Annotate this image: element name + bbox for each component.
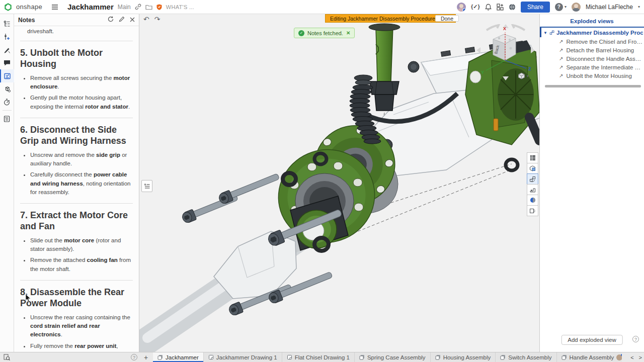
redo-icon[interactable]: ↷: [154, 15, 160, 23]
onshape-logo-icon[interactable]: [4, 3, 12, 11]
notes-divider: [20, 41, 133, 41]
axis-y-label: Y: [481, 70, 484, 75]
list-tree-icon[interactable]: [0, 17, 14, 30]
power-cable[interactable]: [529, 117, 539, 141]
chevron-down-icon[interactable]: ▼: [543, 31, 547, 35]
presence-badge: [462, 8, 466, 12]
document-tab[interactable]: Jackhammer: [153, 352, 204, 362]
power-indicator: [494, 119, 498, 131]
graphics-canvas[interactable]: ↶ ↷ Editing Jackhammer Disassembly Proce…: [139, 14, 539, 352]
assembly-tab-icon: [359, 354, 365, 360]
notes-heading: 7. Extract the Motor Core and Fan: [20, 210, 133, 232]
help-menu[interactable]: ? ▾: [555, 3, 567, 11]
add-tab-button[interactable]: +: [141, 352, 151, 362]
globe-icon[interactable]: [509, 4, 516, 11]
tab-scroll-right-icon[interactable]: >: [639, 354, 642, 360]
tab-bar-help-icon[interactable]: ?: [131, 354, 137, 360]
exploded-view-step[interactable]: ↗Unbolt the Motor Housing: [540, 71, 644, 80]
document-tab[interactable]: Jackhammer Drawing 1: [204, 352, 282, 362]
comment-icon[interactable]: [0, 56, 14, 69]
notes-divider: [20, 118, 133, 118]
share-button[interactable]: Share: [521, 2, 550, 13]
document-tab[interactable]: Spring Case Assembly: [355, 352, 431, 362]
bom-table-icon[interactable]: [527, 152, 538, 163]
edit-markup-icon[interactable]: [0, 43, 14, 56]
slider-add-icon[interactable]: [0, 30, 14, 43]
collaborator-avatar[interactable]: [457, 3, 466, 12]
document-tab[interactable]: Flat Chisel Drawing 1: [282, 352, 355, 362]
named-views-icon[interactable]: [527, 163, 538, 174]
user-avatar[interactable]: [572, 3, 581, 12]
assembly-tab-icon: [157, 354, 163, 360]
view-options-menu[interactable]: ▾: [518, 72, 529, 79]
explode-step-label: Remove the Chisel and Front Cap: [566, 39, 644, 45]
notes-bullet: Slide out the motor core (rotor and stat…: [30, 236, 133, 254]
document-tab[interactable]: Switch Assembly: [496, 352, 556, 362]
document-tabs: JackhammerJackhammer Drawing 1Flat Chise…: [153, 352, 622, 362]
undo-icon[interactable]: ↶: [143, 15, 149, 23]
notes-heading: 8. Disassemble the Rear Power Module: [20, 287, 133, 309]
exploded-views-panel: Exploded views ▼ Jackhammer Disassembly …: [539, 14, 644, 352]
explode-step-icon: ↗: [559, 47, 563, 53]
notes-bullet-list: Slide out the motor core (rotor and stat…: [20, 236, 133, 274]
exploded-view-step[interactable]: ↗Disconnect the Handle Assembly: [540, 54, 644, 63]
user-name[interactable]: Michael LaFleche: [586, 4, 633, 11]
parts-cube-icon[interactable]: [0, 82, 14, 96]
exploded-view-step[interactable]: ↗Remove the Chisel and Front Cap: [540, 37, 644, 46]
document-tab[interactable]: Housing Assembly: [431, 352, 496, 362]
exploded-view-step[interactable]: ↗Separate the Intermediate Drive Asse...: [540, 63, 644, 71]
notifications-bell-icon[interactable]: [485, 4, 492, 11]
explode-step-label: Separate the Intermediate Drive Asse...: [566, 64, 644, 70]
hamburger-menu-icon[interactable]: [51, 4, 58, 10]
tab-collaborator-avatar: [616, 354, 622, 360]
folder-icon[interactable]: [145, 4, 152, 10]
search-tabs-icon[interactable]: [0, 352, 13, 362]
document-title[interactable]: Jackhammer: [67, 3, 114, 11]
drawing-sheet-icon[interactable]: [527, 184, 538, 195]
add-exploded-view-button[interactable]: Add exploded view: [561, 335, 623, 345]
exploded-views-icon[interactable]: [527, 173, 538, 185]
drawing-tab-icon: [208, 354, 214, 360]
explode-step-label: Detach the Barrel Housing: [566, 47, 634, 53]
notes-panel-icon[interactable]: [0, 69, 14, 82]
section-view-icon[interactable]: [527, 205, 538, 216]
close-icon[interactable]: [130, 17, 135, 24]
bottom-tab-bar: ? + JackhammerJackhammer Drawing 1Flat C…: [0, 352, 644, 362]
copy-link-icon[interactable]: [135, 4, 141, 10]
user-menu-chevron-icon[interactable]: ▾: [638, 5, 640, 9]
notes-content[interactable]: driveshaft.5. Unbolt the Motor HousingRe…: [14, 26, 139, 351]
badge-shield-icon: [156, 4, 162, 10]
tab-scroll-left-icon[interactable]: <: [630, 354, 633, 360]
logo-wordmark[interactable]: onshape: [16, 3, 42, 11]
notes-bullet: Fully remove the rear power unit, comple…: [30, 342, 133, 351]
exploded-view-root-item[interactable]: ▼ Jackhammer Disassembly Procedure: [540, 28, 644, 37]
stopwatch-icon[interactable]: [0, 96, 14, 109]
whats-new-label[interactable]: WHAT'S ...: [166, 4, 194, 10]
document-tab[interactable]: Handle Assembly: [557, 352, 622, 362]
top-header: onshape Jackhammer Main WHAT'S ... {✓} S…: [0, 0, 644, 14]
appearances-icon[interactable]: [527, 195, 538, 206]
app-store-grid-icon[interactable]: [497, 4, 504, 11]
done-button[interactable]: Done: [435, 15, 459, 22]
checklist-icon[interactable]: [0, 112, 14, 125]
chevron-down-icon: ▾: [565, 5, 567, 9]
assembly-tab-icon: [500, 354, 506, 360]
panel-help-icon[interactable]: ?: [632, 336, 639, 342]
workspace-label[interactable]: Main: [118, 4, 131, 11]
exploded-view-root-label[interactable]: Jackhammer Disassembly Procedure: [556, 30, 643, 36]
explode-slider[interactable]: [545, 85, 641, 87]
notes-divider: [20, 280, 133, 281]
tab-label: Spring Case Assembly: [367, 354, 426, 360]
featurescript-icon[interactable]: {✓}: [471, 4, 480, 10]
notes-text: driveshaft.: [20, 28, 133, 34]
toast-close-icon[interactable]: ✕: [346, 30, 350, 36]
exploded-view-steps: ↗Remove the Chisel and Front Cap↗Detach …: [540, 37, 644, 80]
tab-label: Jackhammer: [166, 354, 199, 360]
notes-heading: 6. Disconnect the Side Grip and Wiring H…: [20, 125, 133, 147]
refresh-icon[interactable]: [108, 16, 114, 24]
exploded-view-step[interactable]: ↗Detach the Barrel Housing: [540, 46, 644, 54]
tab-label: Housing Assembly: [443, 354, 491, 360]
instances-flyout-toggle[interactable]: [141, 180, 152, 192]
edit-pencil-icon[interactable]: [119, 16, 125, 24]
help-icon[interactable]: ?: [555, 3, 563, 11]
